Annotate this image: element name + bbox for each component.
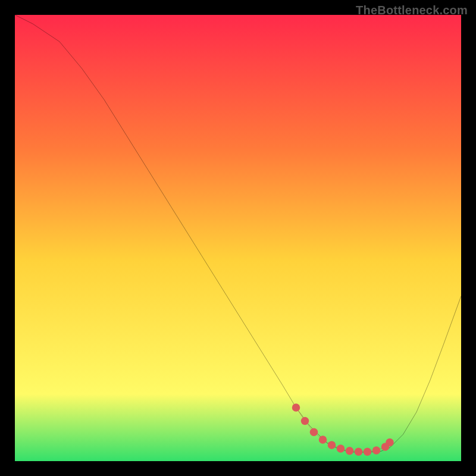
optimal-dot bbox=[310, 428, 318, 437]
optimal-dot bbox=[328, 441, 336, 449]
optimal-dot bbox=[386, 439, 394, 447]
optimal-dot bbox=[292, 403, 300, 412]
optimal-dot bbox=[301, 417, 309, 425]
optimal-dot bbox=[319, 436, 327, 444]
chart-svg bbox=[15, 15, 461, 461]
optimal-dot bbox=[346, 447, 354, 455]
chart-plot-area bbox=[15, 15, 461, 461]
optimal-dot bbox=[364, 448, 372, 456]
optimal-dot bbox=[355, 448, 363, 456]
chart-frame: TheBottleneck.com bbox=[0, 0, 476, 476]
optimal-dot bbox=[337, 444, 345, 453]
optimal-dot bbox=[372, 446, 381, 455]
gradient-background bbox=[15, 15, 461, 461]
